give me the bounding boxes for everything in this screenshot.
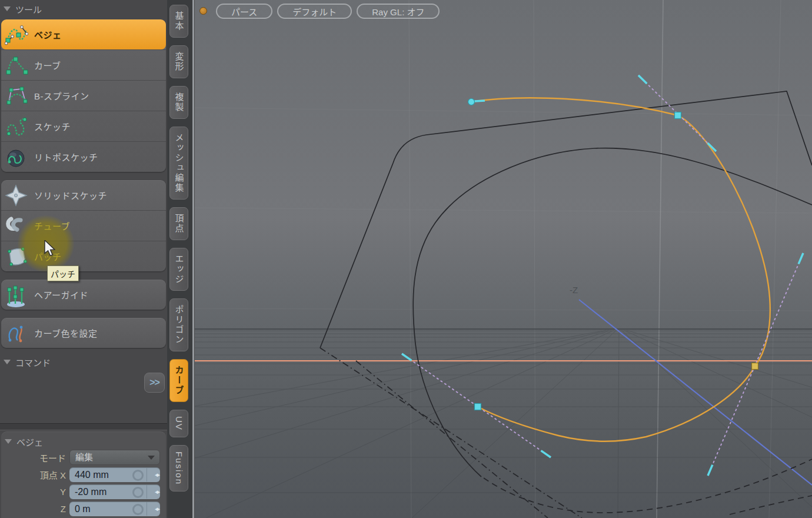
circle-outline-solid: [413, 148, 812, 477]
mode-value: 編集: [75, 452, 93, 462]
viewport-button-0[interactable]: パース: [216, 4, 272, 19]
reset-circle-icon[interactable]: [132, 487, 144, 498]
viewport-button-2[interactable]: Ray GL: オフ: [357, 4, 440, 19]
bezier-anchor[interactable]: [475, 404, 481, 410]
tool-button-bspline[interactable]: B-スプライン: [1, 80, 166, 111]
viewport-header-buttons: パースデフォルトRay GL: オフ: [216, 4, 440, 19]
tab-UV[interactable]: UV: [169, 410, 188, 437]
vertex-coordinate-rows: 頂点 X440 mm◂▸Y-20 mm◂▸Z0 m◂▸: [1, 466, 166, 517]
properties-title: ベジェ: [16, 436, 43, 448]
tab-list: 基本変形複製メッシュ編集頂点エッジポリゴンカーブUVFusion: [169, 5, 188, 492]
tool-groups: ベジェカーブB-スプラインスケッチリトポスケッチソリッドスケッチチューブパッチヘ…: [0, 19, 167, 348]
spinner-arrows-icon[interactable]: ◂▸: [155, 467, 159, 482]
mode-label: モード: [1, 451, 66, 464]
tool-button-sketch[interactable]: スケッチ: [1, 111, 166, 141]
tool-label: B-スプライン: [34, 89, 89, 102]
hair-guide-icon: [5, 282, 28, 308]
bezier-anchor[interactable]: [468, 99, 475, 105]
vertex-y-input[interactable]: -20 mm◂▸: [69, 484, 160, 499]
tool-button-retopo[interactable]: リトポスケッチ: [1, 141, 166, 172]
tab-Fusion[interactable]: Fusion: [169, 445, 188, 492]
tangent-handle-solid[interactable]: [474, 101, 485, 101]
tab-基本[interactable]: 基本: [169, 5, 188, 38]
tool-group: ヘアーガイド: [1, 280, 166, 310]
tab-頂点[interactable]: 頂点: [169, 207, 188, 240]
tool-button-solid-sketch[interactable]: ソリッドスケッチ: [1, 180, 166, 210]
reset-circle-icon[interactable]: [132, 470, 144, 481]
tool-button-curve-color[interactable]: カーブ色を設定: [1, 318, 166, 348]
tab-エッジ[interactable]: エッジ: [169, 248, 188, 291]
tab-複製[interactable]: 複製: [169, 86, 188, 119]
tangent-handles[interactable]: [402, 75, 803, 476]
bspline-icon: [5, 83, 28, 109]
tool-label: チューブ: [34, 220, 70, 232]
mode-dropdown[interactable]: 編集: [69, 450, 160, 465]
tooltip: パッチ: [47, 265, 79, 281]
modo-app-window: ツール ベジェカーブB-スプラインスケッチリトポスケッチソリッドスケッチチューブ…: [0, 0, 812, 518]
tangent-handle-tip[interactable]: [798, 253, 803, 264]
viewport-3d[interactable]: パースデフォルトRay GL: オフ -Z: [195, 0, 812, 518]
tangent-handle-tip[interactable]: [638, 75, 647, 84]
hidden-arc-corner: [730, 496, 812, 514]
vertex-row-y: Y-20 mm◂▸: [1, 483, 160, 500]
bezier-anchor[interactable]: [675, 112, 681, 119]
tool-button-tube[interactable]: チューブ: [1, 210, 166, 241]
tools-section-header[interactable]: ツール: [0, 0, 167, 16]
tool-label: ベジェ: [34, 28, 62, 41]
vertex-row-z: Z0 m◂▸: [1, 500, 160, 517]
tool-label: ソリッドスケッチ: [34, 189, 107, 201]
expand-commands-button[interactable]: >>: [144, 373, 165, 393]
field-value: -20 mm: [75, 487, 107, 497]
scene-wireframes[interactable]: [320, 91, 812, 518]
vertex-x-input[interactable]: 440 mm◂▸: [69, 467, 160, 482]
tool-button-bezier[interactable]: ベジェ: [1, 19, 166, 49]
tool-button-patch[interactable]: パッチ: [1, 241, 166, 271]
tangent-handle-tip[interactable]: [541, 451, 551, 457]
field-divider: [147, 485, 147, 499]
vertex-row-x: 頂点 X440 mm◂▸: [1, 466, 160, 483]
tool-label: カーブ色を設定: [34, 327, 98, 339]
z-axis-label: -Z: [570, 285, 578, 295]
field-value: 0 m: [75, 504, 91, 514]
viewport-button-1[interactable]: デフォルト: [277, 4, 352, 19]
tool-label: ヘアーガイド: [34, 288, 88, 301]
viewport-canvas[interactable]: -Z: [195, 0, 812, 518]
field-divider: [147, 468, 147, 482]
vertex-z-input[interactable]: 0 m◂▸: [69, 502, 160, 516]
tool-button-hair-guide[interactable]: ヘアーガイド: [1, 280, 166, 310]
tab-カーブ[interactable]: カーブ: [169, 359, 188, 402]
reset-circle-icon[interactable]: [132, 504, 144, 515]
tool-group: カーブ色を設定: [1, 318, 166, 348]
tool-label: カーブ: [34, 59, 61, 71]
curve-icon: [5, 52, 28, 78]
field-divider: [147, 502, 147, 516]
vertex-axis-label: 頂点 X: [1, 469, 66, 481]
bezier-properties-panel: ベジェ モード 編集 頂点 X440 mm◂▸Y-20 mm◂▸Z0 m◂▸: [1, 431, 166, 518]
tangent-handle-tip[interactable]: [708, 465, 713, 476]
mode-row: モード 編集: [1, 449, 160, 466]
spinner-arrows-icon[interactable]: ◂▸: [155, 502, 159, 516]
solid-sketch-icon: [5, 182, 28, 208]
sketch-icon: [5, 114, 28, 140]
tab-変形[interactable]: 変形: [169, 45, 188, 78]
spinner-arrows-icon[interactable]: ◂▸: [155, 484, 159, 499]
tab-メッシュ編集[interactable]: メッシュ編集: [169, 127, 188, 200]
patch-icon: [5, 244, 28, 270]
bezier-anchors[interactable]: [468, 99, 758, 410]
commands-section-header[interactable]: コマンド: [0, 353, 167, 369]
viewport-state-dot[interactable]: [199, 7, 207, 15]
tool-label: リトポスケッチ: [34, 151, 98, 163]
active-bezier-curve[interactable]: [471, 98, 770, 441]
tool-sidebar: ツール ベジェカーブB-スプラインスケッチリトポスケッチソリッドスケッチチューブ…: [0, 0, 167, 518]
tool-button-curve[interactable]: カーブ: [1, 49, 166, 80]
bezier-anchor-selected[interactable]: [752, 363, 758, 370]
tool-group: ベジェカーブB-スプラインスケッチリトポスケッチ: [1, 19, 166, 172]
polygon-hidden-edge-2: [356, 361, 548, 518]
collapse-triangle-icon: [4, 360, 11, 364]
retopo-icon: [5, 144, 28, 170]
mouse-cursor: [44, 240, 59, 259]
field-value: 440 mm: [75, 470, 109, 480]
vertex-axis-label: Y: [1, 487, 66, 497]
bezier-properties-header[interactable]: ベジェ: [1, 431, 166, 449]
tab-ポリゴン[interactable]: ポリゴン: [169, 298, 188, 351]
